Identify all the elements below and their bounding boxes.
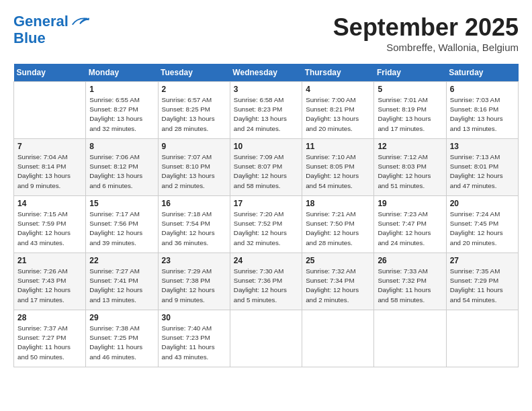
day-number: 11: [306, 142, 370, 151]
calendar-cell: 22Sunrise: 7:27 AM Sunset: 7:41 PM Dayli…: [86, 253, 158, 310]
calendar-cell: 27Sunrise: 7:35 AM Sunset: 7:29 PM Dayli…: [446, 253, 518, 310]
week-row-1: 1Sunrise: 6:55 AM Sunset: 8:27 PM Daylig…: [14, 82, 519, 139]
day-info: Sunrise: 7:04 AM Sunset: 8:14 PM Dayligh…: [17, 152, 82, 191]
day-number: 19: [378, 199, 442, 208]
header-tuesday: Tuesday: [158, 64, 230, 82]
day-info: Sunrise: 7:06 AM Sunset: 8:12 PM Dayligh…: [89, 152, 154, 191]
day-number: 9: [162, 142, 226, 151]
header-monday: Monday: [86, 64, 158, 82]
day-number: 16: [162, 199, 226, 208]
day-number: 21: [17, 256, 82, 265]
calendar-cell: 19Sunrise: 7:23 AM Sunset: 7:47 PM Dayli…: [374, 196, 446, 253]
day-number: 29: [89, 313, 154, 322]
logo-text: General: [13, 13, 90, 30]
day-info: Sunrise: 7:13 AM Sunset: 8:01 PM Dayligh…: [450, 152, 515, 191]
calendar-cell: 20Sunrise: 7:24 AM Sunset: 7:45 PM Dayli…: [446, 196, 518, 253]
header-sunday: Sunday: [14, 64, 86, 82]
day-number: 24: [234, 256, 298, 265]
day-info: Sunrise: 7:18 AM Sunset: 7:54 PM Dayligh…: [162, 210, 226, 248]
day-number: 7: [17, 142, 82, 151]
calendar-cell: [230, 310, 302, 367]
calendar-cell: 28Sunrise: 7:37 AM Sunset: 7:27 PM Dayli…: [14, 310, 86, 367]
subtitle: Sombreffe, Wallonia, Belgium: [333, 42, 519, 53]
day-number: 17: [234, 199, 298, 208]
day-number: 25: [306, 256, 370, 265]
calendar-cell: 10Sunrise: 7:09 AM Sunset: 8:07 PM Dayli…: [230, 139, 302, 196]
day-number: 23: [162, 256, 226, 265]
day-number: 28: [17, 313, 82, 322]
week-row-2: 7Sunrise: 7:04 AM Sunset: 8:14 PM Daylig…: [14, 139, 519, 196]
day-info: Sunrise: 7:33 AM Sunset: 7:32 PM Dayligh…: [378, 267, 442, 305]
page-header: General Blue September 2025 Sombreffe, W…: [13, 13, 519, 53]
day-info: Sunrise: 7:03 AM Sunset: 8:16 PM Dayligh…: [450, 95, 515, 134]
day-info: Sunrise: 6:57 AM Sunset: 8:25 PM Dayligh…: [162, 95, 226, 134]
day-info: Sunrise: 7:09 AM Sunset: 8:07 PM Dayligh…: [234, 152, 298, 191]
calendar-cell: 4Sunrise: 7:00 AM Sunset: 8:21 PM Daylig…: [302, 82, 374, 139]
calendar-cell: [302, 310, 374, 367]
calendar-cell: 6Sunrise: 7:03 AM Sunset: 8:16 PM Daylig…: [446, 82, 518, 139]
header-wednesday: Wednesday: [230, 64, 302, 82]
day-info: Sunrise: 7:24 AM Sunset: 7:45 PM Dayligh…: [450, 210, 515, 248]
calendar-cell: 14Sunrise: 7:15 AM Sunset: 7:59 PM Dayli…: [14, 196, 86, 253]
calendar-cell: [374, 310, 446, 367]
day-number: 13: [450, 142, 515, 151]
day-info: Sunrise: 7:29 AM Sunset: 7:38 PM Dayligh…: [162, 267, 226, 305]
day-info: Sunrise: 7:00 AM Sunset: 8:21 PM Dayligh…: [306, 95, 370, 134]
day-info: Sunrise: 7:01 AM Sunset: 8:19 PM Dayligh…: [378, 95, 442, 134]
logo-text2: Blue: [13, 30, 90, 46]
day-number: 8: [89, 142, 154, 151]
calendar-cell: 9Sunrise: 7:07 AM Sunset: 8:10 PM Daylig…: [158, 139, 230, 196]
calendar-cell: 8Sunrise: 7:06 AM Sunset: 8:12 PM Daylig…: [86, 139, 158, 196]
calendar-cell: 25Sunrise: 7:32 AM Sunset: 7:34 PM Dayli…: [302, 253, 374, 310]
day-number: 10: [234, 142, 298, 151]
calendar-cell: 29Sunrise: 7:38 AM Sunset: 7:25 PM Dayli…: [86, 310, 158, 367]
calendar-cell: 26Sunrise: 7:33 AM Sunset: 7:32 PM Dayli…: [374, 253, 446, 310]
day-info: Sunrise: 7:23 AM Sunset: 7:47 PM Dayligh…: [378, 210, 442, 248]
calendar-cell: 13Sunrise: 7:13 AM Sunset: 8:01 PM Dayli…: [446, 139, 518, 196]
calendar-cell: [446, 310, 518, 367]
day-number: 2: [162, 85, 226, 94]
day-number: 1: [89, 85, 154, 94]
day-info: Sunrise: 7:38 AM Sunset: 7:25 PM Dayligh…: [89, 324, 154, 362]
month-title: September 2025: [333, 13, 519, 42]
calendar-cell: [14, 82, 86, 139]
day-number: 15: [89, 199, 154, 208]
header-thursday: Thursday: [302, 64, 374, 82]
day-number: 14: [17, 199, 82, 208]
calendar-cell: 2Sunrise: 6:57 AM Sunset: 8:25 PM Daylig…: [158, 82, 230, 139]
day-number: 4: [306, 85, 370, 94]
day-number: 30: [162, 313, 226, 322]
day-info: Sunrise: 7:21 AM Sunset: 7:50 PM Dayligh…: [306, 210, 370, 248]
day-info: Sunrise: 7:15 AM Sunset: 7:59 PM Dayligh…: [17, 210, 82, 248]
calendar-cell: 11Sunrise: 7:10 AM Sunset: 8:05 PM Dayli…: [302, 139, 374, 196]
day-number: 22: [89, 256, 154, 265]
day-number: 12: [378, 142, 442, 151]
calendar-table: SundayMondayTuesdayWednesdayThursdayFrid…: [13, 64, 519, 367]
calendar-cell: 15Sunrise: 7:17 AM Sunset: 7:56 PM Dayli…: [86, 196, 158, 253]
calendar-cell: 17Sunrise: 7:20 AM Sunset: 7:52 PM Dayli…: [230, 196, 302, 253]
logo: General Blue: [13, 13, 90, 46]
day-number: 26: [378, 256, 442, 265]
day-info: Sunrise: 7:20 AM Sunset: 7:52 PM Dayligh…: [234, 210, 298, 248]
calendar-cell: 21Sunrise: 7:26 AM Sunset: 7:43 PM Dayli…: [14, 253, 86, 310]
day-info: Sunrise: 7:37 AM Sunset: 7:27 PM Dayligh…: [17, 324, 82, 362]
day-info: Sunrise: 7:10 AM Sunset: 8:05 PM Dayligh…: [306, 152, 370, 191]
day-number: 20: [450, 199, 515, 208]
day-number: 18: [306, 199, 370, 208]
day-info: Sunrise: 7:30 AM Sunset: 7:36 PM Dayligh…: [234, 267, 298, 305]
calendar-cell: 3Sunrise: 6:58 AM Sunset: 8:23 PM Daylig…: [230, 82, 302, 139]
day-info: Sunrise: 7:17 AM Sunset: 7:56 PM Dayligh…: [89, 210, 154, 248]
calendar-cell: 23Sunrise: 7:29 AM Sunset: 7:38 PM Dayli…: [158, 253, 230, 310]
calendar-cell: 30Sunrise: 7:40 AM Sunset: 7:23 PM Dayli…: [158, 310, 230, 367]
day-number: 6: [450, 85, 515, 94]
day-info: Sunrise: 7:27 AM Sunset: 7:41 PM Dayligh…: [89, 267, 154, 305]
day-info: Sunrise: 7:07 AM Sunset: 8:10 PM Dayligh…: [162, 152, 226, 191]
day-info: Sunrise: 6:55 AM Sunset: 8:27 PM Dayligh…: [89, 95, 154, 134]
day-info: Sunrise: 7:26 AM Sunset: 7:43 PM Dayligh…: [17, 267, 82, 305]
calendar-header-row: SundayMondayTuesdayWednesdayThursdayFrid…: [14, 64, 519, 82]
week-row-3: 14Sunrise: 7:15 AM Sunset: 7:59 PM Dayli…: [14, 196, 519, 253]
day-number: 5: [378, 85, 442, 94]
day-info: Sunrise: 6:58 AM Sunset: 8:23 PM Dayligh…: [234, 95, 298, 134]
calendar-cell: 1Sunrise: 6:55 AM Sunset: 8:27 PM Daylig…: [86, 82, 158, 139]
week-row-4: 21Sunrise: 7:26 AM Sunset: 7:43 PM Dayli…: [14, 253, 519, 310]
